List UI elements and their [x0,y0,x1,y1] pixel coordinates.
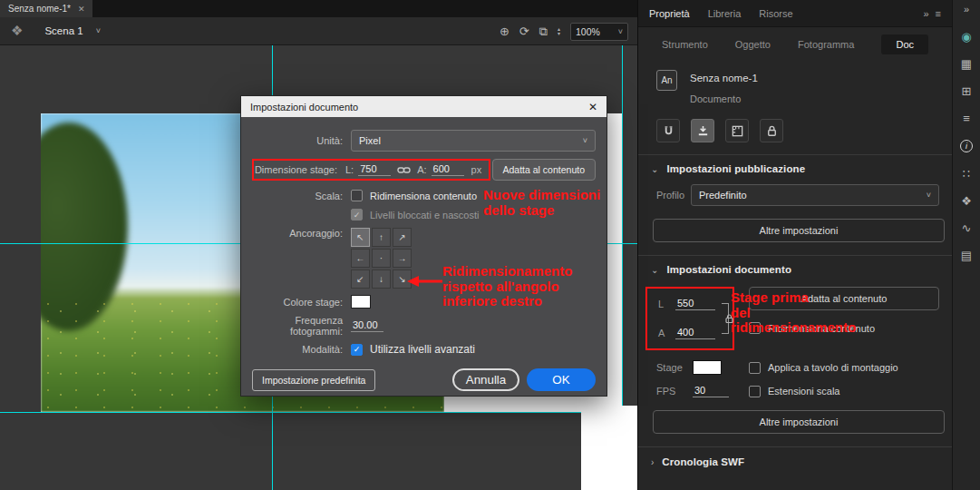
center-stage-icon[interactable]: ⊕ [500,24,509,38]
ruler-icon [731,124,744,138]
stage-color-swatch[interactable] [351,295,371,309]
ok-button[interactable]: OK [527,368,596,391]
dock-graph-icon[interactable]: ∿ [962,222,972,234]
subtab-oggetto[interactable]: Oggetto [735,39,771,50]
profile-label: Profilo [656,190,691,201]
panel-collapse-icon[interactable]: » [923,8,928,19]
panel-stage-color-swatch[interactable] [693,360,722,375]
dock-brush-icon[interactable]: ❖ [961,195,972,207]
fit-to-content-button[interactable]: Adatta al contenuto [492,159,597,181]
anchor-center-button[interactable]: · [372,249,391,268]
dock-expand-icon[interactable]: » [964,4,969,15]
edit-symbols-icon[interactable]: ❖ [11,23,23,39]
section-open-icon[interactable]: ⌄ [651,265,658,275]
rotation-tool-icon[interactable]: ⟳ [519,24,529,38]
dock-swatches-icon[interactable]: ▦ [961,58,972,70]
framerate-input[interactable]: 30.00 [351,319,383,332]
dialog-title-bar[interactable]: Impostazioni documento ✕ [241,96,606,117]
section-open-icon[interactable]: ⌄ [651,164,658,174]
panel-resize-content-checkbox[interactable] [749,322,761,334]
panel-width-label: L [658,299,667,309]
dock-components-icon[interactable]: ▤ [961,250,972,261]
anchor-middle-right-button[interactable]: → [393,249,412,268]
stage-height-input[interactable]: 600 [432,163,464,176]
scale-extensions-label: Estensioni scala [768,386,840,397]
panel-height-input[interactable]: 400 [675,327,715,339]
unit-chevron-down-icon: ˅ [583,136,587,145]
tab-libreria[interactable]: Libreria [708,8,742,19]
panel-width-input[interactable]: 550 [675,298,715,310]
panel-fps-input[interactable]: 30 [693,385,729,397]
stage-width-input[interactable]: 750 [358,163,391,176]
properties-panel: Proprietà Libreria Risorse » ≡ Strumento… [637,0,952,490]
apply-to-pasteboard-checkbox[interactable] [749,362,761,374]
guide-vertical-2[interactable] [622,45,623,406]
locked-hidden-layers-checkbox[interactable]: ✓ [351,209,363,220]
unit-label: Unità: [252,135,343,146]
tab-risorse[interactable]: Risorse [759,8,792,19]
anchor-top-left-button[interactable]: ↖ [351,228,370,247]
anchor-top-center-button[interactable]: ↑ [372,228,391,247]
default-settings-button[interactable]: Impostazione predefinita [252,369,375,391]
resize-content-checkbox[interactable] [351,190,363,201]
dialog-close-icon[interactable]: ✕ [588,101,597,113]
dock-info-icon[interactable]: i [960,140,973,152]
unit-dropdown[interactable]: Pixel ˅ [351,130,596,152]
advanced-layers-checkbox[interactable]: ✓ [351,344,363,356]
anchor-bottom-center-button[interactable]: ↓ [372,270,391,289]
lock-icon [765,124,779,138]
panel-fps-label: FPS [656,386,685,397]
dock-frames-icon[interactable]: ⊞ [962,85,972,97]
height-label: A: [417,164,426,175]
panel-fit-to-content-button[interactable]: Adatta al contenuto [749,287,939,310]
guide-horizontal-2[interactable] [0,412,637,413]
anchor-bottom-right-button[interactable]: ↘ [393,270,412,289]
docset-more-settings-button[interactable]: Altre impostazioni [653,410,945,434]
stage-toolbar: ❖ Scena 1 ˅ ⊕ ⟳ ⧉ ▴ ▾ 100% ˅ [0,17,637,45]
panel-height-label: A [658,328,667,338]
zoom-stepper[interactable]: ▴ ▾ [558,27,560,36]
section-closed-icon[interactable]: › [651,457,654,467]
snap-to-object-toggle[interactable] [691,119,714,142]
scale-extensions-checkbox[interactable] [749,386,761,397]
profile-dropdown[interactable]: Predefinito ˅ [691,184,939,206]
zoom-level-control[interactable]: 100% ˅ [570,23,628,41]
rulers-grid-toggle[interactable] [725,119,749,142]
document-tab[interactable]: Senza nome-1* ✕ [0,0,92,17]
profile-dropdown-value: Predefinito [699,190,747,201]
subtab-doc[interactable]: Doc [881,34,928,54]
subtab-fotogramma[interactable]: Fotogramma [798,39,854,50]
document-name: Senza nome-1 [690,70,758,83]
lock-toggle[interactable] [760,119,783,142]
mode-label: Modalità: [252,344,343,355]
anchor-top-right-button[interactable]: ↗ [393,228,412,247]
link-dimensions-icon[interactable] [397,165,411,175]
dock-color-icon[interactable]: ◉ [961,31,971,43]
snap-object-icon [696,124,710,138]
subtab-strumento[interactable]: Strumento [662,39,708,50]
scene-chevron-down-icon[interactable]: ˅ [96,26,101,35]
publish-more-settings-button[interactable]: Altre impostazioni [653,219,945,242]
swf-section-header[interactable]: › Cronologia SWF [638,447,952,476]
tab-proprieta[interactable]: Proprietà [649,8,690,19]
anchor-bottom-left-button[interactable]: ↙ [351,270,370,289]
document-tab-bar: Senza nome-1* ✕ [0,0,637,17]
panel-menu-icon[interactable]: ≡ [936,8,941,19]
panel-subtab-bar: Strumento Oggetto Fotogramma Doc [638,27,952,61]
magnet-snap-toggle[interactable] [656,119,680,142]
panel-stage-label: Stage [656,362,685,373]
clip-content-icon[interactable]: ⧉ [539,24,548,39]
docset-section-header[interactable]: ⌄ Impostazioni documento [638,256,952,283]
dock-align-icon[interactable]: ≡ [963,113,970,124]
anchor-middle-left-button[interactable]: ← [351,249,370,268]
cancel-button[interactable]: Annulla [452,368,519,391]
scale-label: Scala: [252,191,343,201]
anchor-label: Ancoraggio: [252,228,343,239]
dock-particles-icon[interactable]: ∷ [963,168,970,180]
link-lock-icon[interactable] [725,314,733,323]
zoom-chevron-down-icon[interactable]: ˅ [618,27,623,36]
scene-breadcrumb[interactable]: Scena 1 [44,25,82,36]
publish-section-header[interactable]: ⌄ Impostazioni pubblicazione [638,155,952,182]
document-tab-close-icon[interactable]: ✕ [78,5,85,14]
zoom-decrease-icon[interactable]: ▾ [558,32,560,36]
